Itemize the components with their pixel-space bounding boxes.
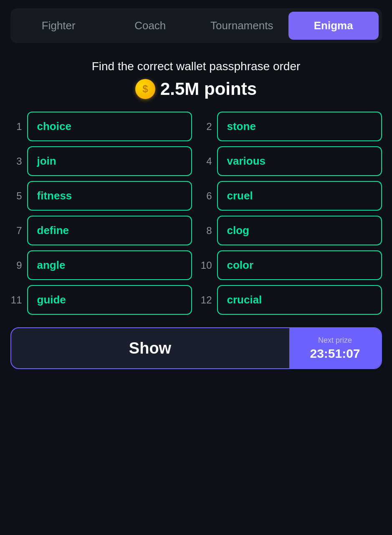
word-number-9: 9 xyxy=(10,260,22,271)
word-number-1: 1 xyxy=(10,121,22,132)
word-cell-9: 9 angle xyxy=(10,250,192,280)
word-cell-10: 10 color xyxy=(200,250,382,280)
word-number-11: 11 xyxy=(10,294,22,306)
word-number-10: 10 xyxy=(200,260,212,271)
word-row-11-12: 11 guide 12 crucial xyxy=(10,285,382,315)
word-cell-11: 11 guide xyxy=(10,285,192,315)
show-button-container: Show Next prize 23:51:07 xyxy=(10,327,382,369)
word-number-2: 2 xyxy=(200,121,212,132)
points-text: 2.5M points xyxy=(160,79,257,99)
tab-tournaments[interactable]: Tournaments xyxy=(197,12,287,40)
next-prize-section: Next prize 23:51:07 xyxy=(289,328,381,368)
word-box-9[interactable]: angle xyxy=(27,250,192,280)
word-box-4[interactable]: various xyxy=(217,146,382,176)
word-box-1[interactable]: choice xyxy=(27,112,192,141)
word-cell-6: 6 cruel xyxy=(200,181,382,211)
tab-enigma[interactable]: Enigma xyxy=(288,12,379,40)
word-number-8: 8 xyxy=(200,225,212,237)
word-number-3: 3 xyxy=(10,155,22,167)
next-prize-label: Next prize xyxy=(318,336,352,345)
header-title: Find the correct wallet passphrase order xyxy=(8,60,384,73)
word-grid: 1 choice 2 stone 3 join 4 various 5 fitn… xyxy=(10,112,382,315)
coin-icon: $ xyxy=(135,79,155,99)
word-box-7[interactable]: define xyxy=(27,216,192,245)
word-cell-2: 2 stone xyxy=(200,112,382,141)
show-button[interactable]: Show xyxy=(11,328,289,368)
word-cell-8: 8 clog xyxy=(200,216,382,245)
word-number-6: 6 xyxy=(200,190,212,202)
next-prize-timer: 23:51:07 xyxy=(310,346,360,361)
word-box-2[interactable]: stone xyxy=(217,112,382,141)
word-number-5: 5 xyxy=(10,190,22,202)
word-cell-3: 3 join xyxy=(10,146,192,176)
word-number-4: 4 xyxy=(200,155,212,167)
word-cell-4: 4 various xyxy=(200,146,382,176)
word-box-3[interactable]: join xyxy=(27,146,192,176)
word-number-7: 7 xyxy=(10,225,22,237)
tab-bar: Fighter Coach Tournaments Enigma xyxy=(10,8,382,43)
word-row-7-8: 7 define 8 clog xyxy=(10,216,382,245)
word-number-12: 12 xyxy=(200,294,212,306)
word-row-1-2: 1 choice 2 stone xyxy=(10,112,382,141)
word-box-8[interactable]: clog xyxy=(217,216,382,245)
word-box-10[interactable]: color xyxy=(217,250,382,280)
tab-fighter[interactable]: Fighter xyxy=(14,12,104,40)
tab-coach[interactable]: Coach xyxy=(105,12,195,40)
word-box-11[interactable]: guide xyxy=(27,285,192,315)
word-box-5[interactable]: fitness xyxy=(27,181,192,211)
word-cell-5: 5 fitness xyxy=(10,181,192,211)
points-row: $ 2.5M points xyxy=(8,79,384,99)
word-cell-7: 7 define xyxy=(10,216,192,245)
word-row-5-6: 5 fitness 6 cruel xyxy=(10,181,382,211)
header-section: Find the correct wallet passphrase order… xyxy=(8,60,384,99)
word-row-3-4: 3 join 4 various xyxy=(10,146,382,176)
word-cell-12: 12 crucial xyxy=(200,285,382,315)
word-row-9-10: 9 angle 10 color xyxy=(10,250,382,280)
word-box-6[interactable]: cruel xyxy=(217,181,382,211)
word-cell-1: 1 choice xyxy=(10,112,192,141)
word-box-12[interactable]: crucial xyxy=(217,285,382,315)
